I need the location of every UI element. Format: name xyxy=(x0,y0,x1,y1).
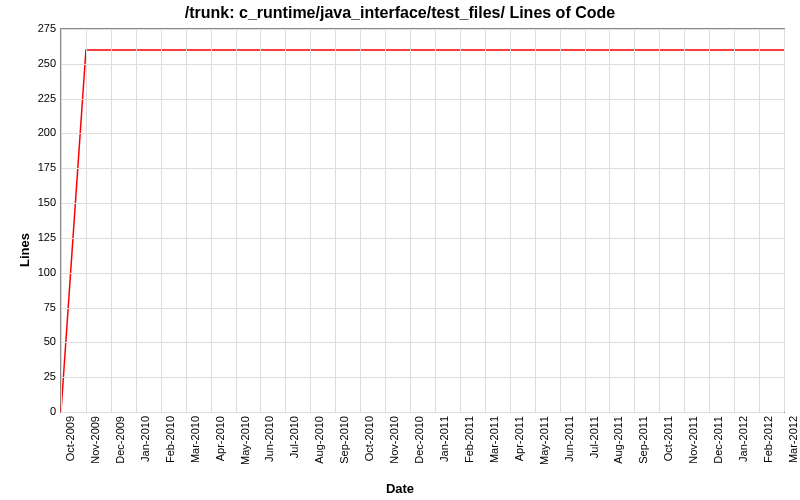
gridline-v xyxy=(385,29,386,412)
x-tick-label: Jan-2010 xyxy=(139,416,151,462)
x-axis-label: Date xyxy=(0,481,800,496)
x-tick-label: Jul-2010 xyxy=(288,416,300,458)
y-tick-label: 225 xyxy=(6,92,56,104)
gridline-h xyxy=(61,203,784,204)
x-tick-label: Dec-2010 xyxy=(413,416,425,464)
gridline-v xyxy=(585,29,586,412)
gridline-h xyxy=(61,29,784,30)
gridline-v xyxy=(186,29,187,412)
gridline-v xyxy=(485,29,486,412)
gridline-v xyxy=(211,29,212,412)
gridline-v xyxy=(759,29,760,412)
y-tick-label: 250 xyxy=(6,57,56,69)
x-tick-label: Jul-2011 xyxy=(588,416,600,458)
loc-chart: /trunk: c_runtime/java_interface/test_fi… xyxy=(0,0,800,500)
gridline-v xyxy=(410,29,411,412)
gridline-v xyxy=(310,29,311,412)
x-tick-label: Nov-2009 xyxy=(89,416,101,464)
y-tick-label: 200 xyxy=(6,126,56,138)
x-tick-label: May-2010 xyxy=(239,416,251,465)
y-tick-label: 75 xyxy=(6,301,56,313)
gridline-v xyxy=(136,29,137,412)
gridline-h xyxy=(61,238,784,239)
gridline-h xyxy=(61,377,784,378)
gridline-v xyxy=(435,29,436,412)
gridline-v xyxy=(86,29,87,412)
gridline-h xyxy=(61,412,784,413)
gridline-v xyxy=(784,29,785,412)
line-layer xyxy=(61,29,784,412)
gridline-h xyxy=(61,342,784,343)
gridline-v xyxy=(634,29,635,412)
x-tick-label: Nov-2011 xyxy=(687,416,699,464)
y-tick-label: 0 xyxy=(6,405,56,417)
x-tick-label: Sep-2011 xyxy=(637,416,649,464)
y-tick-label: 275 xyxy=(6,22,56,34)
x-tick-label: Oct-2011 xyxy=(662,416,674,461)
gridline-h xyxy=(61,133,784,134)
gridline-h xyxy=(61,273,784,274)
gridline-v xyxy=(236,29,237,412)
gridline-v xyxy=(734,29,735,412)
gridline-v xyxy=(335,29,336,412)
x-tick-label: Oct-2010 xyxy=(363,416,375,461)
x-tick-label: Jan-2012 xyxy=(737,416,749,462)
gridline-v xyxy=(510,29,511,412)
gridline-h xyxy=(61,64,784,65)
y-tick-label: 150 xyxy=(6,196,56,208)
gridline-v xyxy=(61,29,62,412)
gridline-v xyxy=(360,29,361,412)
y-tick-label: 175 xyxy=(6,161,56,173)
gridline-v xyxy=(111,29,112,412)
gridline-v xyxy=(460,29,461,412)
x-tick-label: Oct-2009 xyxy=(64,416,76,461)
x-tick-label: Dec-2009 xyxy=(114,416,126,464)
x-tick-label: Jun-2010 xyxy=(263,416,275,462)
gridline-v xyxy=(285,29,286,412)
x-tick-label: Feb-2012 xyxy=(762,416,774,463)
plot-area xyxy=(60,28,785,413)
x-tick-label: Dec-2011 xyxy=(712,416,724,464)
x-tick-label: Mar-2010 xyxy=(189,416,201,463)
y-tick-label: 25 xyxy=(6,370,56,382)
x-tick-label: Nov-2010 xyxy=(388,416,400,464)
x-tick-label: Jun-2011 xyxy=(563,416,575,462)
chart-title: /trunk: c_runtime/java_interface/test_fi… xyxy=(0,4,800,22)
x-tick-label: Aug-2011 xyxy=(612,416,624,464)
x-tick-label: May-2011 xyxy=(538,416,550,465)
gridline-h xyxy=(61,168,784,169)
x-tick-label: Apr-2010 xyxy=(214,416,226,461)
y-tick-label: 125 xyxy=(6,231,56,243)
gridline-h xyxy=(61,99,784,100)
x-tick-label: Apr-2011 xyxy=(513,416,525,461)
gridline-h xyxy=(61,308,784,309)
x-tick-label: Jan-2011 xyxy=(438,416,450,462)
x-tick-label: Feb-2010 xyxy=(164,416,176,463)
gridline-v xyxy=(709,29,710,412)
x-tick-label: Feb-2011 xyxy=(463,416,475,463)
gridline-v xyxy=(161,29,162,412)
gridline-v xyxy=(684,29,685,412)
gridline-v xyxy=(535,29,536,412)
y-tick-label: 50 xyxy=(6,335,56,347)
x-tick-label: Mar-2012 xyxy=(787,416,799,463)
x-tick-label: Mar-2011 xyxy=(488,416,500,463)
gridline-v xyxy=(560,29,561,412)
x-tick-label: Sep-2010 xyxy=(338,416,350,464)
gridline-v xyxy=(260,29,261,412)
x-tick-label: Aug-2010 xyxy=(313,416,325,464)
gridline-v xyxy=(609,29,610,412)
series-line xyxy=(61,50,784,412)
gridline-v xyxy=(659,29,660,412)
y-tick-label: 100 xyxy=(6,266,56,278)
